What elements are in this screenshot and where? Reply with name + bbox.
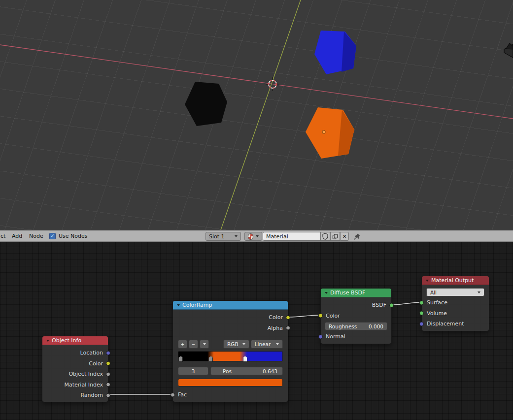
stop-color-swatch[interactable] [178,379,283,387]
menu-node[interactable]: Node [29,233,43,239]
socket-dot-volume[interactable] [419,311,424,316]
socket-dot-color-in[interactable] [318,314,323,318]
interpolation-value: Linear [255,341,271,347]
socket-row-bsdf-out[interactable]: BSDF [321,300,391,311]
socket-row-displacement[interactable]: Displacement [422,319,489,329]
socket-label: BSDF [372,302,386,308]
ramp-options-dropdown[interactable] [200,340,209,349]
blue-cube-shade [342,32,356,72]
socket-row-alpha-out[interactable]: Alpha [173,323,288,334]
material-browse-dropdown[interactable] [244,232,262,241]
node-material-output[interactable]: Material Output All Surface Volume Displ… [421,276,489,331]
socket-row-object-index[interactable]: Object Index [42,369,108,380]
material-name-field[interactable]: Material [263,232,321,241]
black-cube[interactable] [185,82,227,126]
colorramp-fields: 3 Pos 0.643 [178,367,283,375]
socket-dot-color-out[interactable] [286,315,290,320]
shader-node-editor[interactable]: Object Info Location Color Object Index … [0,242,513,420]
menu-object-truncated[interactable]: ct [0,233,5,239]
menu-add[interactable]: Add [12,233,22,239]
use-nodes-label: Use Nodes [59,233,88,239]
camera-gizmo-icon[interactable] [504,43,513,58]
roughness-slider[interactable]: Roughness 0.000 [325,322,387,330]
socket-row-color-in[interactable]: Color [321,311,391,322]
socket-row-surface[interactable]: Surface [422,297,489,308]
stop-position-slider[interactable]: Pos 0.643 [210,367,283,375]
add-stop-button[interactable]: + [178,340,187,349]
node-title: Material Output [431,277,474,284]
output-target-value: All [430,290,437,295]
ramp-stop-0[interactable] [178,356,183,362]
collapse-triangle-icon[interactable] [46,340,49,342]
orange-cube[interactable] [306,107,354,159]
shield-icon [322,233,328,240]
socket-row-normal-in[interactable]: Normal [321,331,391,342]
socket-row-fac[interactable]: Fac [173,389,288,400]
node-title: Object Info [52,337,81,344]
3d-viewport[interactable] [0,0,513,230]
chevron-down-icon [235,235,238,237]
output-target-dropdown[interactable]: All [426,288,484,296]
chevron-down-icon [478,291,480,293]
remove-stop-button[interactable]: − [189,340,198,349]
node-object-info[interactable]: Object Info Location Color Object Index … [42,336,108,402]
socket-dot-normal[interactable] [318,334,323,339]
socket-row-location[interactable]: Location [42,348,108,358]
slot-dropdown[interactable]: Slot 1 [205,232,241,241]
socket-dot-color[interactable] [106,361,110,366]
socket-dot-bsdf[interactable] [389,303,394,307]
pos-label: Pos [223,368,232,374]
socket-label: Color [269,314,283,321]
socket-dot-location[interactable] [106,351,110,355]
node-material-output-header[interactable]: Material Output [422,276,489,285]
use-nodes-checkbox[interactable]: ✓ [49,233,56,239]
socket-row-material-index[interactable]: Material Index [42,380,108,390]
blue-cube[interactable] [314,31,356,74]
socket-dot-fac[interactable] [171,392,175,397]
unlink-material-button[interactable]: ✕ [340,232,349,241]
socket-label: Surface [427,299,447,306]
pin-icon[interactable] [353,233,361,242]
node-diffuse-header[interactable]: Diffuse BSDF [321,289,391,297]
roughness-label: Roughness [329,323,357,329]
x-axis-line [0,45,513,119]
node-title: ColorRamp [182,302,212,308]
interpolation-dropdown[interactable]: Linear [251,340,283,349]
socket-row-color-out[interactable]: Color [173,312,288,323]
link-bsdf-to-surface [392,302,421,305]
node-diffuse-bsdf[interactable]: Diffuse BSDF BSDF Color Roughness 0.000 [320,288,392,344]
collapse-triangle-icon[interactable] [426,280,429,282]
ramp-stop-selected[interactable] [243,356,247,362]
node-colorramp[interactable]: ColorRamp Color Alpha + − RGB [172,300,288,402]
socket-label: Color [326,313,340,319]
socket-label: Volume [427,310,447,317]
pos-value: 0.643 [263,368,277,374]
socket-label: Material Index [65,382,103,388]
stop-index-value: 3 [192,368,195,374]
socket-dot-random[interactable] [106,393,110,397]
socket-row-volume[interactable]: Volume [422,308,489,319]
socket-dot-material-index[interactable] [106,383,110,387]
material-name-value: Material [266,233,288,240]
node-colorramp-header[interactable]: ColorRamp [173,301,288,310]
viewport-overlay [0,0,513,230]
y-axis-line [221,0,301,230]
socket-dot-alpha-out[interactable] [286,326,290,330]
stop-index-field[interactable]: 3 [178,367,208,375]
roughness-value: 0.000 [369,323,383,329]
duplicate-icon [332,233,338,240]
socket-dot-surface[interactable] [419,300,424,305]
object-origin-dot[interactable] [322,130,325,133]
fake-user-shield-button[interactable] [320,232,330,241]
color-ramp-gradient[interactable] [178,351,283,361]
collapse-triangle-icon[interactable] [177,304,180,306]
collapse-triangle-icon[interactable] [325,292,328,294]
socket-dot-object-index[interactable] [106,372,110,376]
socket-dot-displacement[interactable] [419,322,424,326]
node-object-info-header[interactable]: Object Info [42,336,108,345]
duplicate-material-button[interactable] [330,232,340,241]
color-mode-dropdown[interactable]: RGB [223,340,249,349]
ramp-stop-1[interactable] [208,356,213,362]
socket-row-random[interactable]: Random [42,390,108,401]
socket-row-color[interactable]: Color [42,358,108,369]
